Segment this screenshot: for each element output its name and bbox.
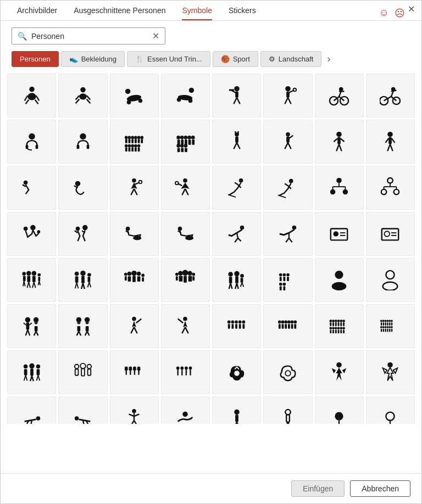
icon-trophy-person[interactable] (263, 120, 312, 164)
svg-line-99 (336, 144, 339, 151)
icon-pin[interactable] (315, 396, 364, 424)
icon-three-men[interactable] (58, 350, 107, 394)
svg-rect-345 (30, 368, 34, 376)
icon-superhero[interactable] (315, 350, 364, 394)
icon-pin-outline[interactable] (366, 396, 415, 424)
icon-wrestling2[interactable] (58, 166, 107, 210)
svg-point-241 (332, 282, 347, 290)
icon-woman-portrait[interactable] (315, 258, 364, 302)
icon-crowd-small[interactable] (263, 258, 312, 302)
icon-swimming-person[interactable] (161, 396, 210, 424)
icon-headset-person2[interactable] (58, 120, 107, 164)
category-sport[interactable]: 🏀 Sport (213, 51, 258, 67)
svg-line-197 (89, 282, 91, 288)
icon-huge-crowd[interactable] (366, 304, 415, 348)
category-bekleidung-icon: 👟 (69, 55, 78, 63)
cancel-button[interactable]: Abbrechen (350, 480, 410, 497)
icon-cyclist[interactable] (315, 74, 364, 117)
svg-point-320 (385, 320, 387, 322)
svg-point-206 (141, 274, 145, 277)
icon-id-card[interactable] (315, 212, 364, 256)
icon-wrestling[interactable] (7, 166, 56, 210)
search-clear-icon[interactable]: ✕ (152, 31, 159, 41)
icon-jumping-person[interactable] (110, 396, 159, 424)
icon-brain-settings[interactable] (263, 350, 312, 394)
icon-baby-crawl[interactable] (58, 74, 107, 117)
icon-people-row[interactable] (212, 304, 261, 348)
icon-restroom-man[interactable] (7, 304, 56, 348)
icon-family-4[interactable] (7, 258, 56, 302)
insert-button[interactable]: Einfügen (291, 480, 345, 497)
icon-balloon-person[interactable] (212, 120, 261, 164)
icon-diaper-change[interactable] (110, 212, 159, 256)
tab-symbole[interactable]: Symbole (182, 6, 212, 20)
icon-golfer2[interactable] (161, 304, 210, 348)
icon-group-many[interactable] (110, 120, 159, 164)
icon-person-simple[interactable] (212, 396, 261, 424)
icon-golfer[interactable] (110, 304, 159, 348)
icon-people-celebrate2[interactable] (161, 350, 210, 394)
icon-skiing2[interactable] (263, 166, 312, 210)
icon-diaper-change2[interactable] (161, 212, 210, 256)
icon-woman-portrait2[interactable] (366, 258, 415, 302)
icon-baby-floor[interactable] (110, 74, 159, 117)
icon-swimmer[interactable] (212, 212, 261, 256)
category-personen[interactable]: Personen (12, 51, 59, 67)
svg-point-300 (340, 320, 343, 322)
icon-headset-person[interactable] (7, 120, 56, 164)
icon-tennis-player[interactable] (263, 74, 312, 117)
icon-handball2[interactable] (161, 166, 210, 210)
icon-swimmer2[interactable] (263, 212, 312, 256)
icon-person-outline[interactable] (263, 396, 312, 424)
icon-family-kids[interactable] (212, 258, 261, 302)
category-bekleidung[interactable]: 👟 Bekleidung (61, 51, 125, 67)
close-icon[interactable]: ✕ (408, 4, 415, 14)
icon-three-women[interactable] (7, 350, 56, 394)
svg-rect-65 (135, 147, 137, 152)
icon-id-card2[interactable] (366, 212, 415, 256)
svg-point-356 (87, 365, 91, 369)
icon-family-5[interactable] (110, 258, 159, 302)
icon-mountain-biker[interactable] (366, 74, 415, 117)
icon-family-running[interactable] (58, 212, 107, 256)
svg-point-186 (75, 272, 79, 276)
smiley-happy-icon[interactable]: ☺ (379, 7, 389, 19)
icon-standing-person2[interactable] (366, 120, 415, 164)
icon-org-chart[interactable] (315, 166, 364, 210)
icon-family-playing[interactable] (7, 212, 56, 256)
icon-lying-person[interactable] (7, 396, 56, 424)
icon-lying-person2[interactable] (58, 396, 107, 424)
icon-people-row2[interactable] (263, 304, 312, 348)
icon-skiing[interactable] (212, 166, 261, 210)
svg-line-257 (79, 332, 81, 336)
icon-baseball-batter[interactable] (212, 74, 261, 117)
smiley-sad-icon[interactable]: ☹ (395, 7, 405, 19)
icon-baby-tummy[interactable] (161, 74, 210, 117)
tab-ausgeschnittene[interactable]: Ausgeschnittene Personen (74, 6, 165, 20)
svg-point-6 (80, 87, 86, 93)
icon-brain-gear[interactable] (212, 350, 261, 394)
icon-large-crowd[interactable] (315, 304, 364, 348)
search-input[interactable] (31, 32, 152, 41)
icon-people-celebrate[interactable] (110, 350, 159, 394)
icon-baby-sitting[interactable] (7, 74, 56, 117)
category-landschaft[interactable]: ⚙ Landschaft (260, 51, 322, 67)
icon-group-medium[interactable] (161, 120, 210, 164)
categories-next-button[interactable]: › (324, 51, 334, 67)
icon-family-6[interactable] (161, 258, 210, 302)
icon-standing-person[interactable] (315, 120, 364, 164)
icon-restroom-woman[interactable] (58, 304, 107, 348)
category-essen[interactable]: 🍴 Essen Und Trin... (127, 51, 210, 67)
tab-stickers[interactable]: Stickers (229, 6, 256, 20)
icon-handball[interactable] (110, 166, 159, 210)
icon-org-chart2[interactable] (366, 166, 415, 210)
svg-rect-259 (86, 326, 89, 332)
icon-superhero2[interactable] (366, 350, 415, 394)
svg-line-268 (185, 327, 188, 333)
svg-point-240 (335, 271, 343, 279)
svg-rect-287 (288, 324, 290, 329)
svg-rect-42 (35, 145, 38, 149)
svg-point-210 (179, 271, 184, 276)
tab-archivbilder[interactable]: Archivbilder (17, 6, 57, 20)
icon-family-3[interactable] (58, 258, 107, 302)
